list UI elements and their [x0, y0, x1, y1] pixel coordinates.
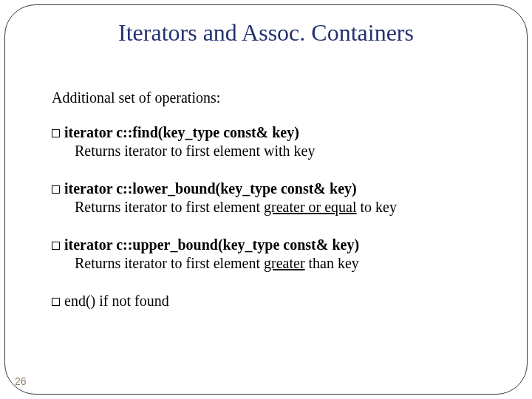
list-item: iterator c::find(key_type const& key) Re… [52, 123, 488, 160]
item-signature-line: iterator c::lower_bound(key_type const& … [52, 180, 488, 198]
desc-pre: Returns iterator to first element with k… [75, 143, 315, 159]
list-item: iterator c::upper_bound(key_type const& … [52, 236, 488, 273]
desc-post: than key [305, 255, 359, 271]
square-bullet-icon [52, 185, 60, 194]
desc-underline: greater [264, 255, 305, 271]
desc-post: to key [357, 199, 397, 215]
square-bullet-icon [52, 298, 60, 306]
item-signature: iterator c::find(key_type const& key) [64, 124, 299, 140]
page-number: 26 [15, 375, 27, 387]
item-description: Returns iterator to first element greate… [75, 254, 488, 273]
desc-pre: Returns iterator to first element [75, 255, 264, 271]
item-signature: iterator c::lower_bound(key_type const& … [64, 180, 357, 197]
item-description: Returns iterator to first element with k… [75, 142, 488, 160]
slide-content: Additional set of operations: iterator c… [52, 89, 488, 310]
item-description: Returns iterator to first element greate… [75, 198, 488, 216]
item-signature: iterator c::upper_bound(key_type const& … [64, 236, 359, 253]
end-signature: end() [64, 293, 95, 309]
end-line: end() if not found [52, 292, 488, 310]
square-bullet-icon [52, 242, 60, 250]
list-item: iterator c::lower_bound(key_type const& … [52, 180, 488, 216]
desc-underline: greater or equal [264, 199, 356, 215]
end-rest: if not found [95, 293, 168, 309]
slide: Iterators and Assoc. Containers Addition… [0, 0, 532, 399]
item-signature-line: iterator c::find(key_type const& key) [52, 123, 488, 142]
item-signature-line: iterator c::upper_bound(key_type const& … [52, 236, 488, 254]
desc-pre: Returns iterator to first element [75, 199, 264, 215]
intro-text: Additional set of operations: [52, 89, 488, 107]
slide-title: Iterators and Assoc. Containers [0, 19, 532, 47]
square-bullet-icon [52, 129, 60, 137]
